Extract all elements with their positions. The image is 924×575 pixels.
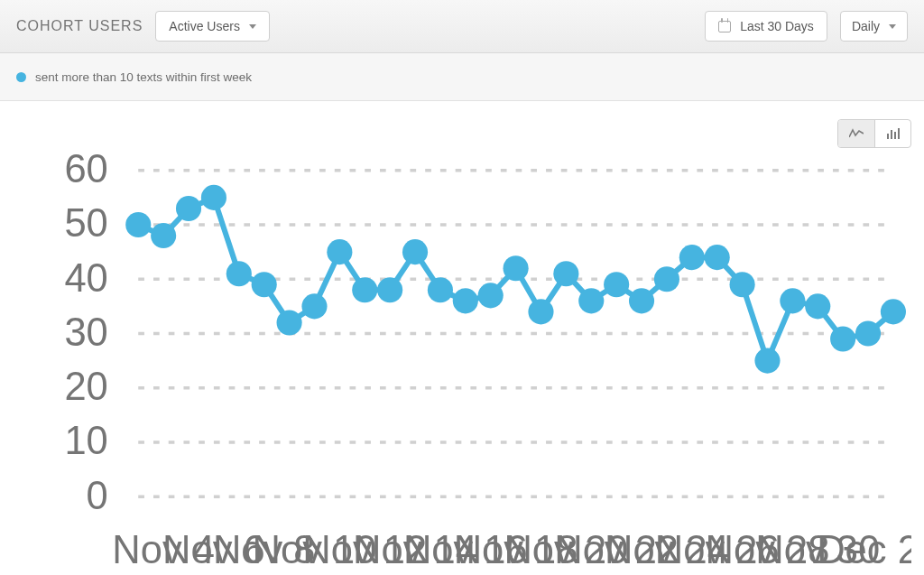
page-title: COHORT USERS — [16, 18, 143, 34]
y-tick-label: 30 — [64, 311, 107, 354]
line-chart-icon — [849, 128, 864, 139]
data-point — [428, 277, 453, 302]
y-tick-label: 10 — [64, 419, 107, 462]
data-point — [402, 239, 428, 264]
y-tick-label: 50 — [64, 201, 107, 245]
data-point — [528, 299, 553, 324]
x-tick-label: Dec 2 — [817, 528, 911, 571]
y-tick-label: 60 — [64, 147, 107, 190]
metric-dropdown-label: Active Users — [169, 19, 240, 33]
data-point — [201, 185, 226, 210]
data-point — [478, 283, 504, 308]
data-point — [730, 272, 755, 297]
chevron-down-icon — [889, 24, 896, 29]
data-point — [780, 288, 805, 313]
granularity-label: Daily — [852, 19, 880, 33]
data-point — [453, 288, 478, 313]
data-point — [654, 266, 679, 292]
data-point — [125, 212, 151, 237]
data-point — [754, 348, 780, 374]
data-point — [377, 277, 402, 302]
legend-label: sent more than 10 texts within first wee… — [35, 70, 252, 84]
data-point — [705, 245, 730, 270]
chart-type-toggle — [837, 119, 911, 148]
header-bar: COHORT USERS Active Users Last 30 Days D… — [0, 0, 924, 53]
data-point — [855, 320, 881, 346]
data-point — [830, 326, 855, 351]
chart-panel: 0102030405060Nov 4Nov 6Nov 8Nov 10Nov 12… — [0, 101, 924, 575]
line-chart-toggle[interactable] — [838, 120, 874, 147]
data-point — [301, 293, 327, 319]
y-tick-label: 40 — [64, 256, 107, 300]
data-point — [226, 261, 252, 286]
data-point — [151, 223, 176, 248]
y-tick-label: 0 — [87, 474, 108, 517]
data-point — [176, 196, 201, 221]
data-point — [504, 255, 529, 281]
line-chart: 0102030405060Nov 4Nov 6Nov 8Nov 10Nov 12… — [5, 146, 911, 575]
chevron-down-icon — [249, 24, 256, 29]
y-tick-label: 20 — [64, 365, 107, 408]
data-point — [352, 277, 377, 302]
legend-dot — [16, 72, 26, 82]
legend-bar: sent more than 10 texts within first wee… — [0, 53, 924, 101]
data-point — [553, 261, 578, 286]
data-point — [881, 299, 906, 324]
calendar-icon — [718, 21, 731, 32]
data-point — [805, 293, 830, 319]
data-point — [604, 272, 629, 297]
data-point — [629, 288, 654, 313]
date-range-label: Last 30 Days — [740, 19, 814, 33]
data-point — [679, 245, 705, 270]
date-range-dropdown[interactable]: Last 30 Days — [705, 11, 827, 42]
data-point — [252, 272, 277, 297]
metric-dropdown[interactable]: Active Users — [155, 11, 270, 42]
granularity-dropdown[interactable]: Daily — [840, 11, 908, 42]
data-point — [327, 239, 352, 264]
bar-chart-icon — [887, 128, 900, 139]
data-point — [277, 310, 302, 335]
bar-chart-toggle[interactable] — [874, 120, 910, 147]
data-point — [578, 288, 604, 313]
